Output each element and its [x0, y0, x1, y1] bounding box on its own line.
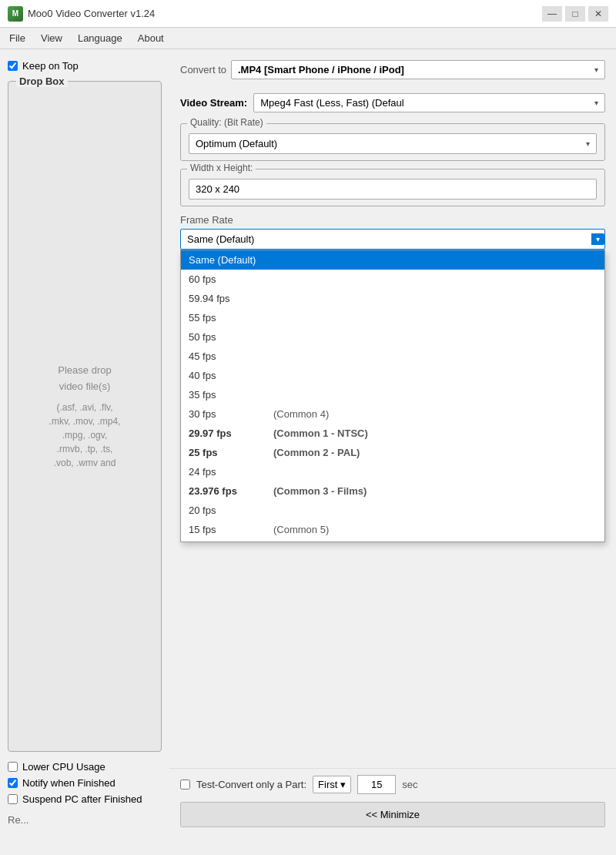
drop-box-hint: Please dropvideo file(s) — [58, 363, 111, 395]
frame-rate-option-4[interactable]: 50 fps — [181, 327, 604, 347]
test-convert-checkbox[interactable] — [180, 780, 190, 790]
quality-arrow-icon: ▾ — [586, 139, 590, 148]
menu-bar: File View Language About — [0, 28, 616, 49]
minimize-button[interactable]: << Minimize — [180, 802, 605, 827]
menu-language[interactable]: Language — [75, 31, 126, 45]
convert-to-label: Convert to — [180, 64, 226, 75]
notify-finished-checkbox[interactable] — [8, 778, 18, 788]
suspend-pc-row[interactable]: Suspend PC after Finished — [8, 793, 162, 805]
app-icon: M — [8, 6, 23, 22]
restore-window-button[interactable]: □ — [565, 6, 585, 22]
quality-group: Quality: (Bit Rate) Optimum (Default) ▾ — [180, 123, 605, 161]
frame-rate-dropdown-list: Same (Default)60 fps59.94 fps55 fps50 fp… — [180, 250, 605, 542]
keep-on-top-row: Keep on Top — [8, 57, 162, 75]
app-title: Moo0 Video Converter v1.24 — [28, 8, 155, 19]
frame-rate-dropdown-trigger[interactable]: Same (Default) ▾ — [180, 229, 605, 250]
frame-rate-option-12[interactable]: 23.976 fps(Common 3 - Films) — [181, 481, 604, 501]
frame-rate-option-0[interactable]: Same (Default) — [181, 250, 604, 270]
menu-view[interactable]: View — [38, 31, 65, 45]
sidebar-options: Lower CPU Usage Notify when Finished Sus… — [8, 758, 162, 805]
suspend-pc-checkbox[interactable] — [8, 794, 18, 804]
frame-rate-selected-value: Same (Default) — [187, 233, 254, 245]
frame-rate-option-3[interactable]: 55 fps — [181, 308, 604, 327]
video-stream-value: Mpeg4 Fast (Less, Fast) (Defaul — [260, 97, 403, 109]
frame-rate-option-2[interactable]: 59.94 fps — [181, 289, 604, 308]
main-area: Keep on Top Drop Box Please dropvideo fi… — [0, 49, 616, 833]
notify-finished-row[interactable]: Notify when Finished — [8, 777, 162, 789]
dimensions-group: Width x Height: — [180, 169, 605, 206]
frame-rate-option-9[interactable]: 29.97 fps(Common 1 - NTSC) — [181, 424, 604, 443]
quality-group-label: Quality: (Bit Rate) — [187, 117, 266, 128]
menu-about[interactable]: About — [135, 31, 167, 45]
re-label: Re... — [8, 811, 162, 826]
frame-rate-option-1[interactable]: 60 fps — [181, 270, 604, 289]
dimensions-input[interactable] — [189, 179, 597, 200]
test-part-value: First — [318, 779, 337, 790]
title-bar: M Moo0 Video Converter v1.24 — □ ✕ — [0, 0, 616, 28]
video-stream-label: Video Stream: — [180, 97, 247, 109]
frame-rate-arrow-icon: ▾ — [591, 233, 604, 245]
lower-cpu-label: Lower CPU Usage — [22, 761, 105, 773]
test-convert-label: Test-Convert only a Part: — [196, 779, 306, 790]
minimize-window-button[interactable]: — — [542, 6, 562, 22]
suspend-pc-label: Suspend PC after Finished — [22, 793, 142, 805]
frame-rate-option-15[interactable]: 10 fps — [181, 539, 604, 542]
test-part-dropdown[interactable]: First ▾ — [313, 776, 351, 793]
keep-on-top-checkbox[interactable] — [8, 61, 18, 71]
keep-on-top-label: Keep on Top — [22, 60, 79, 72]
drop-box[interactable]: Drop Box Please dropvideo file(s) (.asf,… — [8, 81, 162, 752]
frame-rate-option-10[interactable]: 25 fps(Common 2 - PAL) — [181, 443, 604, 462]
video-stream-arrow-icon: ▾ — [594, 99, 598, 107]
frame-rate-option-7[interactable]: 35 fps — [181, 385, 604, 404]
video-stream-dropdown[interactable]: Mpeg4 Fast (Less, Fast) (Defaul ▾ — [253, 93, 605, 112]
sidebar: Keep on Top Drop Box Please dropvideo fi… — [0, 49, 169, 833]
frame-rate-option-11[interactable]: 24 fps — [181, 462, 604, 481]
convert-to-row: Convert to .MP4 [Smart Phone / iPhone / … — [180, 57, 605, 82]
lower-cpu-checkbox[interactable] — [8, 762, 18, 772]
convert-to-arrow-icon: ▾ — [594, 65, 598, 74]
title-bar-left: M Moo0 Video Converter v1.24 — [8, 6, 155, 22]
frame-rate-option-5[interactable]: 45 fps — [181, 347, 604, 366]
test-convert-row: Test-Convert only a Part: First ▾ sec — [180, 775, 605, 794]
test-sec-label: sec — [402, 779, 417, 790]
convert-to-dropdown[interactable]: .MP4 [Smart Phone / iPhone / iPod] ▾ — [231, 60, 605, 79]
dimensions-label: Width x Height: — [187, 163, 256, 173]
frame-rate-option-14[interactable]: 15 fps(Common 5) — [181, 520, 604, 539]
close-window-button[interactable]: ✕ — [588, 6, 608, 22]
quality-dropdown[interactable]: Optimum (Default) ▾ — [189, 133, 597, 154]
right-panel: Convert to .MP4 [Smart Phone / iPhone / … — [169, 49, 616, 833]
frame-rate-label: Frame Rate — [180, 214, 605, 226]
frame-rate-option-8[interactable]: 30 fps(Common 4) — [181, 404, 604, 424]
menu-file[interactable]: File — [6, 31, 28, 45]
drop-box-title: Drop Box — [16, 75, 68, 87]
lower-cpu-row[interactable]: Lower CPU Usage — [8, 761, 162, 773]
quality-value: Optimum (Default) — [196, 138, 277, 149]
title-bar-controls: — □ ✕ — [542, 6, 608, 22]
test-seconds-input[interactable] — [357, 775, 396, 794]
notify-finished-label: Notify when Finished — [22, 777, 116, 789]
frame-rate-option-13[interactable]: 20 fps — [181, 501, 604, 520]
frame-rate-section: Frame Rate Same (Default) ▾ Same (Defaul… — [180, 214, 605, 250]
convert-to-value: .MP4 [Smart Phone / iPhone / iPod] — [238, 64, 404, 75]
frame-rate-dropdown-container: Same (Default) ▾ Same (Default)60 fps59.… — [180, 229, 605, 250]
test-part-arrow-icon: ▾ — [340, 779, 346, 790]
drop-box-formats: (.asf, .avi, .flv, .mkv, .mov, .mp4, .mp… — [49, 401, 121, 470]
bottom-bar: Test-Convert only a Part: First ▾ sec <<… — [169, 768, 616, 833]
video-stream-row: Video Stream: Mpeg4 Fast (Less, Fast) (D… — [180, 90, 605, 116]
frame-rate-option-6[interactable]: 40 fps — [181, 366, 604, 385]
